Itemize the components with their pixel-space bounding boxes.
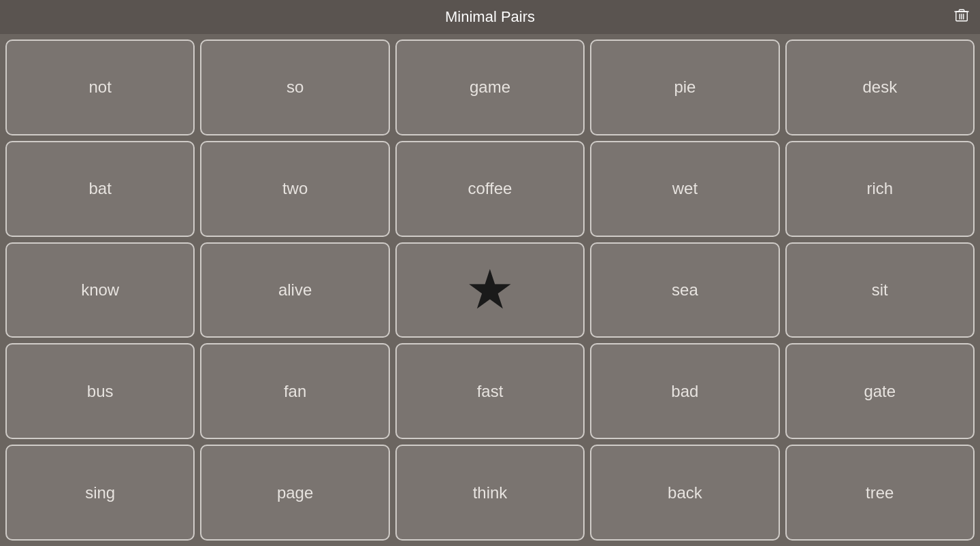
- card-label-alive: alive: [278, 280, 312, 300]
- card-fan[interactable]: fan: [200, 343, 389, 439]
- card-star[interactable]: ★: [395, 242, 585, 338]
- card-label-rich: rich: [866, 179, 893, 198]
- card-label-two: two: [282, 179, 308, 198]
- card-rich[interactable]: rich: [785, 141, 975, 237]
- card-label-know: know: [81, 280, 119, 300]
- card-alive[interactable]: alive: [200, 242, 389, 338]
- card-think[interactable]: think: [395, 445, 585, 541]
- card-not[interactable]: not: [5, 39, 195, 135]
- page-title: Minimal Pairs: [445, 8, 535, 26]
- card-bus[interactable]: bus: [5, 343, 195, 439]
- card-back[interactable]: back: [590, 445, 779, 541]
- header: Minimal Pairs: [0, 0, 980, 34]
- card-label-gate: gate: [864, 382, 896, 401]
- card-game[interactable]: game: [395, 39, 585, 135]
- card-bad[interactable]: bad: [590, 343, 779, 439]
- card-label-page: page: [277, 483, 313, 502]
- card-desk[interactable]: desk: [785, 39, 975, 135]
- card-sit[interactable]: sit: [785, 242, 975, 338]
- card-so[interactable]: so: [200, 39, 389, 135]
- card-label-not: not: [89, 78, 112, 97]
- card-know[interactable]: know: [5, 242, 195, 338]
- card-label-bad: bad: [671, 382, 698, 401]
- card-two[interactable]: two: [200, 141, 389, 237]
- card-sing[interactable]: sing: [5, 445, 195, 541]
- star-icon: ★: [466, 263, 514, 317]
- card-page[interactable]: page: [200, 445, 389, 541]
- trash-button[interactable]: [954, 8, 969, 27]
- card-label-fast: fast: [477, 382, 504, 401]
- card-gate[interactable]: gate: [785, 343, 975, 439]
- card-label-wet: wet: [672, 179, 698, 198]
- card-coffee[interactable]: coffee: [395, 141, 585, 237]
- card-bat[interactable]: bat: [5, 141, 195, 237]
- card-label-game: game: [470, 78, 510, 97]
- card-sea[interactable]: sea: [590, 242, 779, 338]
- card-tree[interactable]: tree: [785, 445, 975, 541]
- card-label-coffee: coffee: [468, 179, 512, 198]
- card-label-bus: bus: [87, 382, 114, 401]
- word-grid: notsogamepiedeskbattwocoffeewetrichknowa…: [0, 34, 980, 546]
- card-label-sea: sea: [672, 280, 698, 300]
- card-label-desk: desk: [862, 78, 897, 97]
- card-wet[interactable]: wet: [590, 141, 779, 237]
- card-label-so: so: [287, 78, 304, 97]
- card-label-back: back: [668, 483, 702, 502]
- card-label-sit: sit: [872, 280, 888, 300]
- card-label-bat: bat: [89, 179, 112, 198]
- card-label-fan: fan: [284, 382, 306, 401]
- card-label-sing: sing: [85, 483, 115, 502]
- card-label-pie: pie: [674, 78, 696, 97]
- card-fast[interactable]: fast: [395, 343, 585, 439]
- card-label-think: think: [473, 483, 508, 502]
- card-pie[interactable]: pie: [590, 39, 779, 135]
- card-label-tree: tree: [866, 483, 894, 502]
